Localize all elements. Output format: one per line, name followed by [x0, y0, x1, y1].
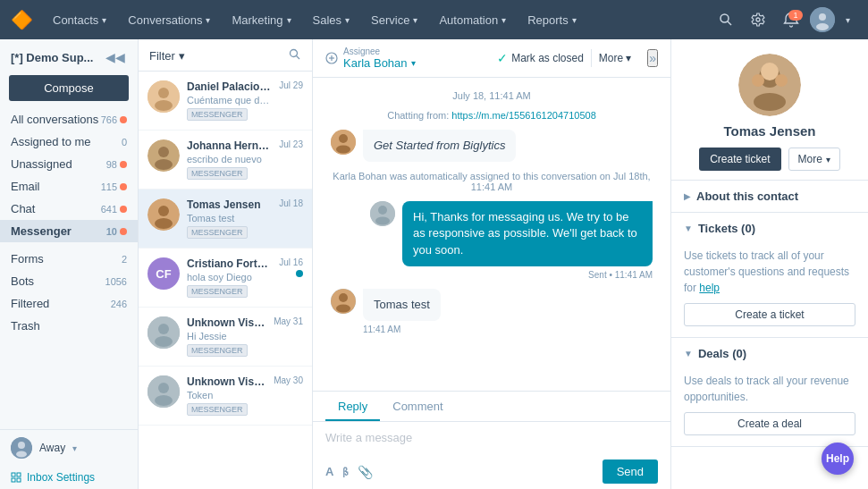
conv-item-1[interactable]: Daniel Palacios Godoy Cuéntame que dudas…	[139, 72, 312, 131]
contact-more-button[interactable]: More ▾	[788, 148, 840, 171]
msg-bubble-1: Get Started from Biglytics	[363, 130, 516, 162]
svg-point-40	[336, 304, 350, 312]
chevron-down-icon: ▾	[287, 15, 291, 25]
accordion-about-header[interactable]: ▶ About this contact	[671, 181, 868, 212]
nav-item-reports[interactable]: Reports ▾	[518, 10, 586, 30]
nav-item-automation[interactable]: Automation ▾	[430, 10, 515, 30]
accordion-tickets-chevron: ▼	[684, 223, 693, 233]
expand-panel-button[interactable]: »	[647, 49, 658, 67]
chevron-down-icon: ▾	[345, 15, 350, 25]
nav-item-marketing[interactable]: Marketing ▾	[223, 10, 299, 30]
create-ticket-button[interactable]: Create ticket	[699, 148, 780, 171]
more-chevron-icon: ▾	[626, 52, 631, 64]
right-panel: Tomas Jensen Create ticket More ▾ ▶ Abou…	[671, 39, 868, 489]
chat-assignee: Assignee Karla Bohan ▾	[343, 46, 416, 70]
create-a-ticket-button[interactable]: Create a ticket	[684, 303, 855, 326]
inbox-settings-label: Inbox Settings	[27, 471, 95, 484]
accordion-tickets-body: Use tickets to track all of your custome…	[671, 244, 868, 337]
svg-rect-8	[12, 473, 15, 476]
nav-item-service[interactable]: Service ▾	[362, 10, 426, 30]
conv-avatar-3	[147, 198, 180, 231]
nav-item-sales[interactable]: Sales ▾	[304, 10, 359, 30]
inbox-settings-link[interactable]: Inbox Settings	[0, 466, 138, 489]
msg-chatting-from: Chatting from: https://m.me/155616120471…	[331, 110, 653, 121]
search-button[interactable]	[712, 9, 740, 30]
msg-row-outgoing-1: Hi, Thanks for messaging us. We try to b…	[331, 201, 653, 280]
hubspot-logo[interactable]: 🔶	[11, 9, 33, 30]
nav-item-contacts[interactable]: Contacts ▾	[44, 10, 115, 30]
conv-content-4: Cristiano Fortest hola soy Diego MESSENG…	[187, 257, 272, 298]
conv-avatar-5	[147, 316, 180, 349]
accordion-tickets-header[interactable]: ▼ Tickets (0)	[671, 213, 868, 244]
nav-item-conversations[interactable]: Conversations ▾	[119, 10, 219, 30]
conv-search-button[interactable]	[289, 48, 301, 63]
accordion-tickets: ▼ Tickets (0) Use tickets to track all o…	[671, 213, 868, 338]
mark-closed-button[interactable]: ✓ Mark as closed	[497, 51, 584, 65]
reply-tab-comment[interactable]: Comment	[380, 392, 455, 421]
conv-item-6[interactable]: Unknown Visitor Token MESSENGER May 30	[139, 367, 312, 426]
accordion-deals-title: Deals (0)	[698, 347, 746, 360]
help-button[interactable]: Help	[822, 443, 854, 475]
conv-item-5[interactable]: Unknown Visitor Hi Jessie MESSENGER May …	[139, 308, 312, 367]
svg-rect-11	[17, 478, 21, 482]
chevron-down-icon: ▾	[572, 15, 577, 25]
reply-input-area[interactable]: Write a message	[313, 422, 670, 454]
sidebar-item-email[interactable]: Email 115	[0, 175, 138, 198]
assignee-chevron[interactable]: ▾	[411, 58, 416, 68]
msg-avatar-1	[331, 130, 356, 155]
create-a-deal-button[interactable]: Create a deal	[684, 412, 855, 435]
compose-button[interactable]: Compose	[9, 75, 129, 101]
svg-point-33	[339, 134, 348, 143]
conv-item-2[interactable]: Johanna Hernández escribo de nuevo MESSE…	[139, 131, 312, 190]
settings-button[interactable]	[744, 9, 772, 30]
svg-point-7	[16, 451, 27, 458]
reply-tabs: Reply Comment	[313, 392, 670, 422]
svg-point-27	[158, 383, 169, 393]
sidebar-item-chat[interactable]: Chat 641	[0, 198, 138, 220]
assignee-name[interactable]: Karla Bohan	[343, 56, 408, 70]
attachment-button[interactable]: 📎	[358, 465, 373, 479]
send-button[interactable]: Send	[603, 459, 658, 484]
sidebar-item-assigned-to-me[interactable]: Assigned to me 0	[0, 131, 138, 153]
filter-button[interactable]: Filter ▾	[149, 49, 185, 63]
notifications-button[interactable]: 1	[776, 8, 806, 31]
bold-button[interactable]: A	[325, 465, 333, 478]
more-button[interactable]: More ▾	[599, 52, 631, 64]
sidebar-footer-status[interactable]: Away ▾	[0, 429, 138, 466]
svg-point-36	[378, 206, 387, 215]
conv-avatar-2	[147, 139, 180, 172]
sidebar-item-messenger[interactable]: Messenger 10	[0, 220, 138, 242]
unread-dot	[120, 116, 127, 123]
contact-name: Tomas Jensen	[723, 123, 815, 139]
sidebar-item-all-conversations[interactable]: All conversations 766	[0, 108, 138, 131]
format-button[interactable]: ꞵ	[342, 465, 349, 478]
conv-avatar-6	[147, 375, 180, 408]
checkmark-icon: ✓	[497, 51, 508, 65]
assignee-icon	[325, 52, 338, 64]
reply-toolbar: A ꞵ 📎 Send	[313, 454, 670, 489]
sidebar-item-trash[interactable]: Trash	[0, 315, 138, 337]
reply-box: Reply Comment Write a message A ꞵ 📎 Send	[313, 391, 670, 489]
conv-content-6: Unknown Visitor Token MESSENGER	[187, 375, 266, 416]
unread-indicator	[296, 270, 303, 277]
chat-main: Assignee Karla Bohan ▾ ✓ Mark as closed …	[313, 39, 671, 489]
conv-item-3[interactable]: Tomas Jensen Tomas test MESSENGER Jul 18	[139, 190, 312, 249]
sidebar-item-bots[interactable]: Bots 1056	[0, 270, 138, 292]
svg-point-15	[158, 88, 169, 98]
tickets-help-link[interactable]: help	[699, 282, 720, 294]
sidebar-item-filtered[interactable]: Filtered 246	[0, 292, 138, 315]
user-avatar[interactable]	[810, 7, 835, 32]
sidebar-item-forms[interactable]: Forms 2	[0, 248, 138, 270]
msg-avatar-outgoing	[370, 201, 395, 226]
sidebar-header: [*] Demo Sup... ◀◀	[0, 39, 138, 72]
msg-time-1: Sent • 11:41 AM	[402, 270, 653, 280]
msg-row-incoming-1: Get Started from Biglytics	[331, 130, 653, 162]
conv-item-4[interactable]: CF Cristiano Fortest hola soy Diego MESS…	[139, 249, 312, 308]
chatting-from-link[interactable]: https://m.me/1556161204710508	[451, 110, 595, 121]
reply-tab-reply[interactable]: Reply	[325, 392, 380, 421]
sidebar-item-unassigned[interactable]: Unassigned 98	[0, 153, 138, 175]
collapse-icon[interactable]: ◀◀	[104, 48, 127, 66]
accordion-about-title: About this contact	[696, 190, 798, 203]
user-menu-chevron[interactable]: ▾	[839, 12, 857, 29]
accordion-deals-header[interactable]: ▼ Deals (0)	[671, 338, 868, 369]
